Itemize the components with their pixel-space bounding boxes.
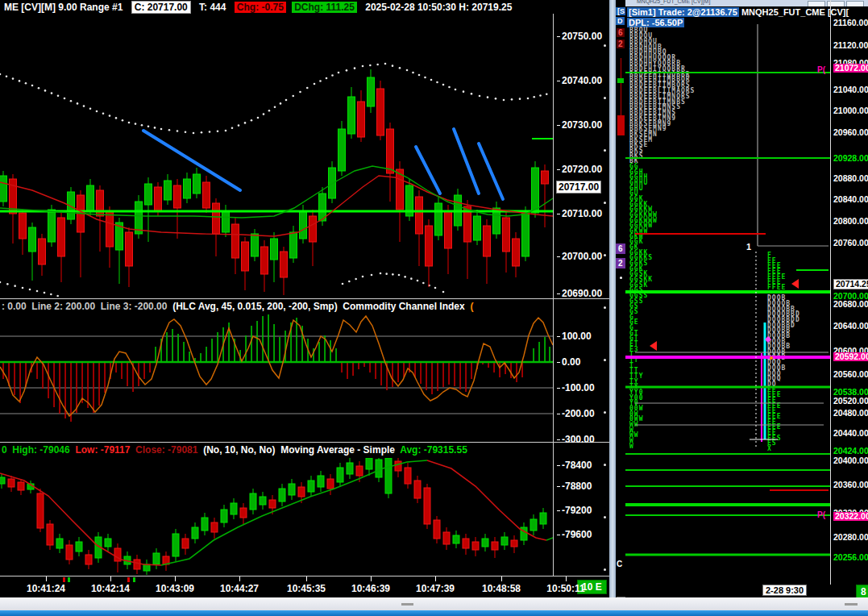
price-line-label: P( [817, 510, 826, 519]
candle [261, 240, 268, 292]
axis-color-mark [127, 577, 130, 582]
band-dot [392, 273, 394, 276]
dom-time-axis[interactable]: 2-28 9:30 8 [625, 585, 868, 598]
band-dot [38, 87, 40, 89]
cci-histogram-bar [104, 362, 106, 393]
candle [56, 534, 63, 553]
band-dot [128, 122, 131, 124]
time-axis-label: 10:47:39 [416, 583, 455, 594]
price-scale-label: 20740.00 [557, 75, 602, 86]
candle-body [376, 460, 382, 477]
sliver-green-mark [617, 78, 624, 83]
hidden-chart-window[interactable]: [S D 6 2 6 2 C [616, 0, 625, 610]
right-scrollbar-thumb[interactable] [845, 603, 858, 606]
time-axis-tick [371, 576, 372, 581]
dom-price-label: 20680.00 [833, 300, 868, 309]
band-dot [0, 281, 1, 284]
candle-body [405, 468, 411, 484]
window-splitter[interactable] [609, 0, 616, 610]
price-scale-label: 20700.00 [557, 251, 602, 262]
ma-scale-label: -78400 [557, 460, 592, 471]
time-axis[interactable]: 10 E 10:41:2410:42:1410:43:0910:44:2710:… [0, 576, 609, 597]
datetime-high-label: 2025-02-28 10:50:30 H: 20719.25 [363, 2, 514, 13]
blue-trendline [479, 144, 503, 199]
band-dot [430, 79, 433, 81]
cci-indicator-panel[interactable] [0, 314, 553, 441]
candle [435, 197, 442, 240]
candle-body [540, 513, 546, 524]
ma-scale-label: -78800 [557, 481, 592, 492]
band-dot [392, 65, 394, 67]
tpo-row: X [767, 445, 772, 452]
band-dot [238, 124, 240, 127]
price-scale[interactable]: 20750.0020740.0020730.0020720.0020710.00… [553, 0, 609, 576]
ma-indicator-panel[interactable] [0, 458, 553, 576]
candle-body [387, 129, 394, 173]
dom-price-scale[interactable]: 21160.0021120.0021080.0021072.0021040.00… [830, 0, 868, 585]
candle [77, 190, 85, 277]
cci-histogram-bar [48, 362, 49, 398]
cci-histogram-bar [14, 362, 15, 395]
band-dot [257, 117, 260, 119]
candle-body [445, 211, 452, 248]
splitter-dot [604, 44, 606, 47]
price-scale-label: 20730.00 [557, 119, 602, 131]
price-scale-label: 20750.00 [557, 31, 602, 42]
dom-price-label: 20700.00 [833, 292, 868, 301]
cci-histogram-bar [279, 337, 280, 362]
band-dot [147, 126, 150, 128]
candle-body [18, 482, 24, 490]
main-price-chart[interactable] [0, 14, 553, 298]
candle-body [280, 252, 288, 277]
candle [443, 527, 450, 550]
band-dot [319, 80, 322, 82]
candle-body [222, 211, 230, 232]
dom-badge[interactable]: 8 [856, 585, 868, 598]
sliver-header-line1: [S [616, 7, 625, 15]
cci-histogram-bar [273, 324, 275, 362]
band-dot [31, 85, 34, 87]
dom-price-label: 21040.00 [833, 85, 868, 94]
candle [145, 177, 152, 242]
candle [455, 189, 462, 231]
change-chip: Chg: -0.75 [235, 2, 286, 13]
band-dot [64, 98, 66, 100]
candle-body [106, 211, 114, 247]
candle [279, 484, 285, 506]
candle [395, 458, 401, 477]
candle-body [174, 185, 181, 208]
cci-histogram-bar [369, 362, 371, 373]
band-dot [209, 131, 211, 133]
candle [126, 227, 133, 287]
candle-body [29, 227, 36, 252]
candle [492, 537, 498, 558]
cci-scale-label: 100.00 [557, 331, 592, 342]
candle [58, 213, 65, 282]
cci-histogram-bar [87, 362, 89, 408]
candle [19, 210, 27, 255]
band-dot [342, 283, 344, 285]
candle-body [327, 479, 334, 489]
candle-body [443, 532, 450, 544]
cci-scale-label: 0.00 [557, 356, 580, 368]
dom-tpo-chart[interactable]: BBQUBBDQUBBDHQUBBDHQUBBBDHHUBQBBDHHUOQQR… [625, 0, 830, 585]
candle [143, 560, 150, 575]
band-dot [424, 77, 426, 79]
candle-body [472, 542, 479, 550]
tpo-row: W [629, 443, 634, 450]
cci-histogram-bar [166, 332, 168, 362]
left-scrollbar-thumb[interactable] [401, 603, 413, 606]
candle-body [482, 539, 488, 547]
ma-study-name: Moving Average - Simple [280, 444, 395, 456]
candle [318, 471, 324, 492]
splitter-dot [604, 464, 606, 466]
tpo-row: FFEE [767, 284, 786, 291]
time-axis-tick [306, 576, 307, 581]
cci-study-name: Commodity Channel Index [343, 301, 464, 312]
ma-scale-label: -79600 [557, 529, 592, 540]
cci-histogram-bar [431, 362, 433, 394]
cci-line [0, 316, 553, 416]
sliver-header-line2: D [616, 17, 625, 25]
price-line-label: P( [817, 65, 826, 74]
candle [184, 173, 191, 203]
